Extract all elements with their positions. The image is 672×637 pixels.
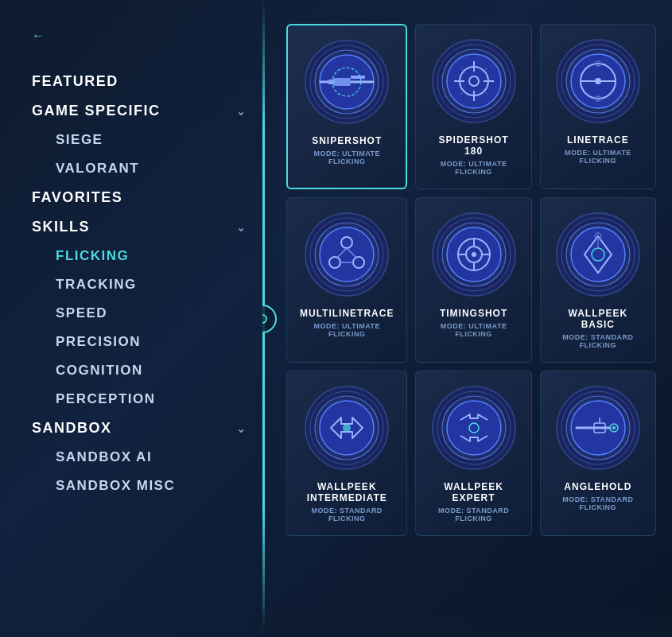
back-arrow-icon: ← (32, 29, 45, 43)
sidebar: ← FEATUREDGAME SPECIFIC⌄SIEGEVALORANTFAV… (0, 0, 262, 637)
card-mode-label: MODE: ULTIMATE (441, 160, 507, 168)
task-card-snipershot[interactable]: SNIPERSHOTMODE: ULTIMATEFLICKING (286, 24, 407, 189)
card-name: WALLPEEK EXPERT (429, 481, 518, 503)
sidebar-item-tracking[interactable]: TRACKING (32, 270, 247, 299)
sidebar-item-label: FEATURED (32, 73, 118, 90)
card-mode-value: FLICKING (580, 157, 617, 165)
target-circle-icon (262, 305, 277, 333)
card-icon-circle-slash (554, 37, 642, 125)
card-icon-arrows2 (430, 384, 518, 472)
card-icon-diamond (554, 211, 642, 298)
sidebar-item-perception[interactable]: PERCEPTION (32, 385, 247, 414)
card-mode-value: FLICKING (580, 341, 617, 349)
card-icon-target (430, 211, 518, 298)
sidebar-item-siege[interactable]: SIEGE (32, 126, 247, 154)
svg-point-35 (320, 227, 374, 282)
svg-point-79 (612, 426, 616, 429)
sidebar-item-sandbox[interactable]: SANDBOX⌄ (32, 414, 247, 443)
sidebar-item-label: SANDBOX (32, 420, 112, 437)
sidebar-item-skills[interactable]: SKILLS⌄ (32, 212, 247, 242)
card-mode-label: MODE: STANDARD (562, 495, 633, 503)
sidebar-item-label: SANDBOX MISC (56, 478, 175, 494)
svg-point-65 (343, 424, 351, 432)
sidebar-item-label: VALORANT (56, 161, 139, 177)
svg-rect-5 (333, 78, 351, 86)
card-mode-value: FLICKING (328, 157, 366, 165)
task-card-wallpeek-expert[interactable]: WALLPEEK EXPERTMODE: STANDARDFLICKING (415, 371, 531, 536)
card-mode-label: MODE: STANDARD (562, 333, 633, 341)
card-mode-label: MODE: ULTIMATE (313, 322, 380, 330)
chevron-down-icon: ⌄ (236, 221, 247, 234)
card-mode-label: MODE: STANDARD (312, 507, 383, 515)
card-mode-value: FLICKING (328, 515, 366, 522)
sidebar-item-label: FLICKING (56, 248, 129, 264)
sidebar-item-label: PERCEPTION (56, 391, 156, 407)
sidebar-item-sandbox-misc[interactable]: SANDBOX MISC (32, 472, 247, 500)
task-grid: SNIPERSHOTMODE: ULTIMATEFLICKING SPIDERS… (286, 16, 656, 536)
card-mode-value: FLICKING (455, 168, 492, 176)
chevron-down-icon: ⌄ (236, 105, 247, 118)
card-name: WALLPEEK BASIC (554, 308, 643, 330)
svg-point-69 (447, 401, 501, 455)
navigation-list: FEATUREDGAME SPECIFIC⌄SIEGEVALORANTFAVOR… (32, 67, 247, 500)
sidebar-item-featured[interactable]: FEATURED (32, 67, 247, 96)
card-name: SNIPERSHOT (312, 135, 382, 146)
card-icon-crosshair (430, 37, 518, 125)
sidebar-item-label: SIEGE (56, 132, 103, 148)
card-mode-label: MODE: ULTIMATE (441, 322, 507, 330)
task-card-timingshot[interactable]: TIMINGSHOTMODE: ULTIMATEFLICKING (415, 197, 531, 363)
sidebar-item-label: GAME SPECIFIC (32, 103, 161, 119)
card-name: SPIDERSHOT 180 (429, 134, 518, 157)
card-name: WALLPEEK INTERMEDIATE (300, 481, 394, 503)
card-name: TIMINGSHOT (440, 308, 507, 319)
svg-point-29 (595, 78, 601, 84)
sidebar-item-label: SANDBOX AI (56, 449, 152, 465)
sidebar-item-valorant[interactable]: VALORANT (32, 154, 247, 183)
card-mode-label: MODE: STANDARD (438, 507, 509, 515)
sidebar-item-speed[interactable]: SPEED (32, 299, 247, 328)
sidebar-item-flicking[interactable]: FLICKING (32, 242, 247, 270)
card-mode-value: FLICKING (328, 330, 366, 338)
sidebar-item-label: PRECISION (56, 334, 141, 350)
sidebar-item-game-specific[interactable]: GAME SPECIFIC⌄ (32, 96, 247, 126)
task-card-spidershot-180[interactable]: SPIDERSHOT 180MODE: ULTIMATEFLICKING (415, 24, 531, 189)
main-content: SNIPERSHOTMODE: ULTIMATEFLICKING SPIDERS… (262, 0, 672, 637)
task-card-anglehold[interactable]: ANGLEHOLDMODE: STANDARDFLICKING (540, 371, 656, 536)
svg-rect-6 (351, 76, 365, 79)
card-icon-triangle (303, 211, 390, 298)
task-card-wallpeek-basic[interactable]: WALLPEEK BASICMODE: STANDARDFLICKING (540, 197, 656, 363)
card-icon-sniper (303, 38, 390, 126)
sidebar-item-label: TRACKING (56, 277, 137, 293)
back-button[interactable]: ← (32, 29, 247, 43)
sidebar-item-cognition[interactable]: COGNITION (32, 356, 247, 385)
sidebar-item-label: SPEED (56, 305, 107, 321)
card-mode-value: FLICKING (455, 515, 492, 522)
svg-point-48 (472, 252, 476, 257)
svg-rect-7 (328, 80, 335, 84)
card-icon-gun (554, 384, 642, 472)
card-name: MULTILINETRACE (300, 308, 394, 319)
task-card-linetrace[interactable]: LINETRACEMODE: ULTIMATEFLICKING (540, 24, 656, 189)
sidebar-item-favorites[interactable]: FAVORITES (32, 183, 247, 212)
card-mode-value: FLICKING (580, 503, 617, 511)
card-icon-arrows (303, 384, 390, 472)
chevron-down-icon: ⌄ (236, 422, 247, 435)
task-card-wallpeek-intermediate[interactable]: WALLPEEK INTERMEDIATEMODE: STANDARDFLICK… (286, 371, 407, 536)
sidebar-item-label: SKILLS (32, 219, 90, 235)
sidebar-item-precision[interactable]: PRECISION (32, 328, 247, 356)
sidebar-item-sandbox-ai[interactable]: SANDBOX AI (32, 443, 247, 472)
task-card-multilinetrace[interactable]: MULTILINETRACEMODE: ULTIMATEFLICKING (286, 197, 407, 363)
card-name: ANGLEHOLD (564, 481, 631, 492)
card-mode-value: FLICKING (455, 330, 492, 338)
sidebar-item-label: COGNITION (56, 363, 143, 379)
card-mode-label: MODE: ULTIMATE (565, 149, 631, 157)
sidebar-item-label: FAVORITES (32, 189, 122, 206)
card-mode-label: MODE: ULTIMATE (313, 150, 380, 157)
card-name: LINETRACE (567, 134, 629, 146)
